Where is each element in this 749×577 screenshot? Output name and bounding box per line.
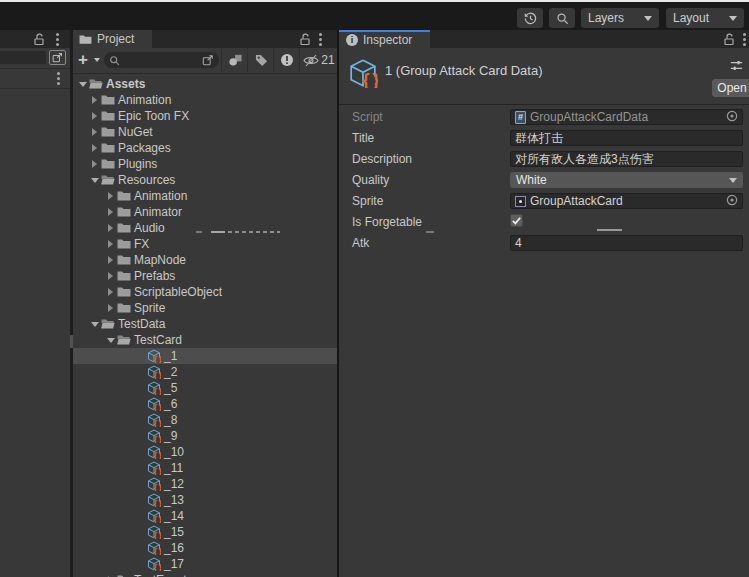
foldout-collapsed-icon[interactable] xyxy=(105,288,116,296)
lock-open-icon[interactable] xyxy=(723,33,735,49)
foldout-expanded-icon[interactable] xyxy=(89,178,100,183)
tree-row-prefabs[interactable]: Prefabs xyxy=(73,268,337,284)
tree-item-label: Animation xyxy=(118,93,171,107)
tree-row-animation[interactable]: Animation xyxy=(73,188,337,204)
foldout-collapsed-icon[interactable] xyxy=(89,128,100,136)
left-docked-panel xyxy=(0,30,70,577)
tree-row-13[interactable]: {}_13 xyxy=(73,492,337,508)
tree-row-mapnode[interactable]: MapNode xyxy=(73,252,337,268)
tree-row-12[interactable]: {}_12 xyxy=(73,476,337,492)
object-picker-icon[interactable] xyxy=(726,110,738,122)
folder-icon xyxy=(116,189,131,204)
foldout-expanded-icon[interactable] xyxy=(77,82,88,87)
svg-text:{}: {} xyxy=(152,483,160,491)
tree-row-17[interactable]: {}_17 xyxy=(73,556,337,572)
foldout-collapsed-icon[interactable] xyxy=(105,256,116,264)
lock-open-icon[interactable] xyxy=(33,33,45,49)
tree-row-8[interactable]: {}_8 xyxy=(73,412,337,428)
svg-text:{}: {} xyxy=(152,355,160,363)
tree-row-10[interactable]: {}_10 xyxy=(73,444,337,460)
tree-row-15[interactable]: {}_15 xyxy=(73,524,337,540)
foldout-collapsed-icon[interactable] xyxy=(105,192,116,200)
tree-row-epic-toon-fx[interactable]: Epic Toon FX xyxy=(73,108,337,124)
foldout-collapsed-icon[interactable] xyxy=(105,240,116,248)
tree-row-assets[interactable]: Assets xyxy=(73,76,337,92)
tree-row-testdata[interactable]: TestData xyxy=(73,316,337,332)
tree-row-6[interactable]: {}_6 xyxy=(73,396,337,412)
hidden-items-toggle[interactable]: 21 xyxy=(299,48,337,72)
tree-row-scriptableobject[interactable]: ScriptableObject xyxy=(73,284,337,300)
tree-row-packages[interactable]: Packages xyxy=(73,140,337,156)
tab-inspector[interactable]: i Inspector xyxy=(339,30,430,48)
kebab-menu-icon[interactable] xyxy=(57,77,60,80)
tree-row-14[interactable]: {}_14 xyxy=(73,508,337,524)
script-object-field[interactable]: #GroupAttackCardData xyxy=(510,109,743,125)
quality-dropdown[interactable]: White xyxy=(510,172,743,188)
tree-row-fx[interactable]: FX xyxy=(73,236,337,252)
layers-dropdown[interactable]: Layers xyxy=(581,8,659,28)
field-row-sprite: SpriteGroupAttackCard xyxy=(339,191,749,212)
dropdown-caret-icon xyxy=(94,58,100,62)
open-search-window-button[interactable] xyxy=(49,50,66,65)
kebab-menu-icon[interactable] xyxy=(743,38,746,41)
info-icon: i xyxy=(346,34,358,46)
object-picker-icon[interactable] xyxy=(726,194,738,206)
presets-icon[interactable] xyxy=(729,58,744,76)
svg-text:{}: {} xyxy=(361,71,378,88)
tree-row-testevent[interactable]: TestEvent xyxy=(73,572,337,577)
project-search-field[interactable] xyxy=(104,52,219,68)
sprite-value: GroupAttackCard xyxy=(510,193,743,209)
is-forgetable-checkbox[interactable] xyxy=(510,214,523,227)
is-forgetable-value xyxy=(510,214,743,227)
tree-row-5[interactable]: {}_5 xyxy=(73,380,337,396)
folder-icon xyxy=(116,269,131,284)
foldout-collapsed-icon[interactable] xyxy=(89,144,100,152)
tree-row-sprite[interactable]: Sprite xyxy=(73,300,337,316)
open-button[interactable]: Open xyxy=(712,79,749,97)
tree-row-1[interactable]: {}_1 xyxy=(73,348,337,364)
tree-row-9[interactable]: {}_9 xyxy=(73,428,337,444)
tree-item-label: Prefabs xyxy=(134,269,175,283)
lock-open-icon[interactable] xyxy=(299,33,311,49)
global-search-button[interactable] xyxy=(549,8,575,28)
kebab-menu-icon[interactable] xyxy=(319,38,322,41)
jump-to-search-icon[interactable] xyxy=(202,54,214,66)
tree-row-resources[interactable]: Resources xyxy=(73,172,337,188)
tree-row-testcard[interactable]: TestCard xyxy=(73,332,337,348)
render-artifact xyxy=(196,231,202,233)
foldout-collapsed-icon[interactable] xyxy=(105,304,116,312)
kebab-menu-icon[interactable] xyxy=(56,38,59,41)
tree-row-2[interactable]: {}_2 xyxy=(73,364,337,380)
layout-dropdown[interactable]: Layout xyxy=(666,8,744,28)
sprite-object-field[interactable]: GroupAttackCard xyxy=(510,193,743,209)
import-log-button[interactable] xyxy=(273,48,300,72)
quality-label: Quality xyxy=(352,173,389,187)
atk-input[interactable]: 4 xyxy=(510,235,743,251)
search-by-label-button[interactable] xyxy=(247,48,274,72)
title-input[interactable]: 群体打击 xyxy=(510,130,743,146)
tree-row-animator[interactable]: Animator xyxy=(73,204,337,220)
undo-history-button[interactable] xyxy=(517,8,543,28)
foldout-collapsed-icon[interactable] xyxy=(89,160,100,168)
description-input[interactable]: 对所有敌人各造成3点伤害 xyxy=(510,151,743,167)
foldout-collapsed-icon[interactable] xyxy=(105,208,116,216)
foldout-expanded-icon[interactable] xyxy=(105,338,116,343)
create-asset-button[interactable]: + xyxy=(78,48,88,72)
tree-row-16[interactable]: {}_16 xyxy=(73,540,337,556)
field-row-atk: Atk4 xyxy=(339,233,749,254)
tab-project[interactable]: Project xyxy=(73,30,152,48)
tree-row-plugins[interactable]: Plugins xyxy=(73,156,337,172)
tree-row-audio[interactable]: Audio xyxy=(73,220,337,236)
left-panel-search-input[interactable] xyxy=(0,51,46,64)
foldout-expanded-icon[interactable] xyxy=(89,322,100,327)
tree-row-11[interactable]: {}_11 xyxy=(73,460,337,476)
search-by-type-button[interactable] xyxy=(221,48,248,72)
foldout-collapsed-icon[interactable] xyxy=(105,224,116,232)
folder-icon xyxy=(100,125,115,140)
scriptable-object-icon: {} xyxy=(146,349,161,364)
foldout-collapsed-icon[interactable] xyxy=(105,272,116,280)
foldout-collapsed-icon[interactable] xyxy=(89,112,100,120)
tree-row-nuget[interactable]: NuGet xyxy=(73,124,337,140)
foldout-collapsed-icon[interactable] xyxy=(89,96,100,104)
tree-row-animation[interactable]: Animation xyxy=(73,92,337,108)
